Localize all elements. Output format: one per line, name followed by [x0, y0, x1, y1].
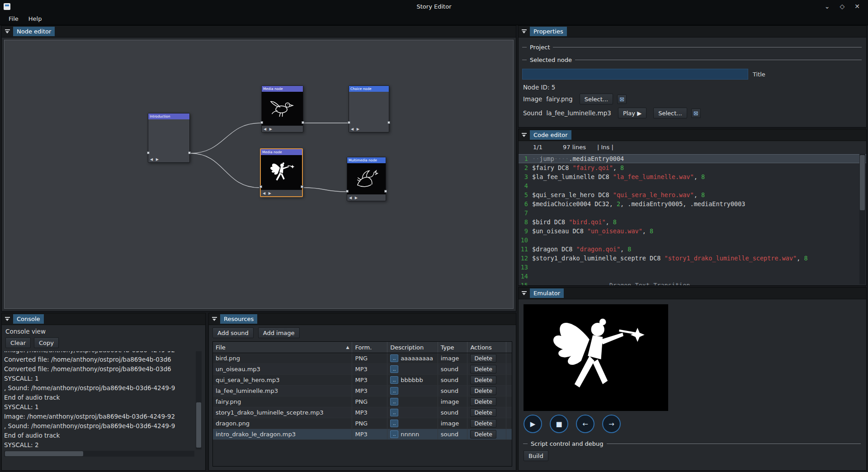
- collapse-icon[interactable]: [5, 317, 10, 321]
- output-pin[interactable]: [384, 190, 387, 193]
- code-line[interactable]: 15-------------------- Dragon Text Trans…: [519, 281, 866, 285]
- output-pin[interactable]: [387, 121, 390, 124]
- delete-button[interactable]: Delete: [470, 430, 496, 439]
- input-pin[interactable]: [147, 151, 150, 154]
- play-sound-button[interactable]: Play ▶: [618, 108, 646, 118]
- table-row[interactable]: un_oiseau.mp3MP3..soundDelete: [213, 364, 512, 375]
- input-pin[interactable]: [260, 121, 263, 124]
- add-sound-button[interactable]: Add sound: [212, 327, 254, 338]
- node-editor-tab[interactable]: Node editor: [13, 27, 55, 36]
- code-line[interactable]: 10: [519, 236, 866, 245]
- code-line[interactable]: 9$un_oiseau DC8 "un_oiseau.wav", 8: [519, 227, 866, 236]
- clear-button[interactable]: Clear: [5, 337, 31, 348]
- output-pin[interactable]: [188, 151, 191, 154]
- code-line[interactable]: 7: [519, 208, 866, 217]
- column-header-file[interactable]: File ▲: [213, 342, 352, 353]
- code-line[interactable]: 12$story1_drako_luminelle_sceptre DC8 "s…: [519, 254, 866, 263]
- edit-description-button[interactable]: ..: [390, 354, 398, 362]
- code-line[interactable]: 14: [519, 272, 866, 281]
- copy-button[interactable]: Copy: [34, 337, 59, 348]
- emulator-tab[interactable]: Emulator: [530, 288, 564, 298]
- close-icon[interactable]: ✕: [854, 3, 860, 10]
- edit-description-button[interactable]: ..: [390, 365, 398, 373]
- code-line[interactable]: 4: [519, 181, 866, 190]
- collapse-icon[interactable]: [5, 29, 10, 34]
- table-row[interactable]: intro_drako_le_dragon.mp3MP3..nnnnnsound…: [213, 429, 512, 440]
- column-header-actions[interactable]: Actions: [467, 342, 506, 353]
- edit-description-button[interactable]: ..: [390, 430, 398, 438]
- clear-image-icon[interactable]: ⊠: [617, 94, 627, 104]
- code-line[interactable]: 6$mediaChoice0004 DC32, 2, .mediaEntry00…: [519, 199, 866, 208]
- scrollbar-thumb[interactable]: [5, 451, 83, 456]
- node-canvas[interactable]: Introduction◀ ▶Media node◀ ▶Choice node◀…: [4, 40, 514, 309]
- select-image-button[interactable]: Select...: [580, 94, 613, 104]
- output-pin[interactable]: [302, 121, 304, 124]
- column-header-format[interactable]: Form.: [352, 342, 387, 353]
- edit-description-button[interactable]: ..: [390, 420, 398, 427]
- step-back-button[interactable]: ←: [576, 415, 594, 433]
- code-line[interactable]: 5$qui_sera_le_hero DC8 "qui_sera_le_hero…: [519, 190, 866, 199]
- code-vertical-scrollbar[interactable]: [859, 154, 865, 284]
- table-row[interactable]: dragon.pngPNG..imageDelete: [213, 418, 512, 429]
- delete-button[interactable]: Delete: [470, 354, 496, 363]
- code-editor-tab[interactable]: Code editor: [530, 130, 571, 140]
- code-editor-area[interactable]: 1··jump····.mediaEntry00042$fairy DC8 "f…: [519, 153, 866, 285]
- code-line[interactable]: 11$dragon DC8 "dragon.qoi", 8: [519, 245, 866, 254]
- table-row[interactable]: story1_drako_luminelle_sceptre.mp3MP3..s…: [213, 407, 512, 418]
- input-pin[interactable]: [259, 185, 262, 188]
- code-line[interactable]: 2$fairy DC8 "fairy.qoi", 8: [519, 163, 866, 172]
- delete-button[interactable]: Delete: [470, 365, 496, 373]
- delete-button[interactable]: Delete: [470, 397, 496, 406]
- fairy-media-node[interactable]: Media node◀ ▶: [260, 148, 303, 197]
- table-row[interactable]: qui_sera_le_hero.mp3MP3..bbbbbbsoundDele…: [213, 375, 512, 386]
- edit-description-button[interactable]: ..: [390, 387, 398, 395]
- dragon-media-node[interactable]: Multimedia node◀ ▶: [347, 157, 386, 201]
- collapse-icon[interactable]: [522, 291, 527, 296]
- table-row[interactable]: bird.pngPNG..aaaaaaaaaimageDelete: [213, 353, 512, 364]
- console-output[interactable]: Image: /home/anthony/ostproj/ba869e4b-03…: [4, 351, 194, 449]
- restore-icon[interactable]: ◇: [840, 3, 844, 10]
- clear-sound-icon[interactable]: ⊠: [691, 109, 701, 118]
- edit-description-button[interactable]: ..: [390, 409, 398, 416]
- input-pin[interactable]: [346, 190, 349, 193]
- delete-button[interactable]: Delete: [470, 408, 496, 417]
- intro-node[interactable]: Introduction◀ ▶: [148, 113, 190, 163]
- select-sound-button[interactable]: Select...: [653, 108, 687, 118]
- column-header-type[interactable]: Type: [438, 342, 468, 353]
- delete-button[interactable]: Delete: [470, 376, 496, 384]
- delete-button[interactable]: Delete: [470, 419, 496, 428]
- table-row[interactable]: fairy.pngPNG..imageDelete: [213, 396, 512, 407]
- edit-description-button[interactable]: ..: [390, 398, 398, 406]
- play-button[interactable]: ▶: [524, 415, 542, 433]
- step-forward-button[interactable]: →: [602, 415, 621, 433]
- minimize-icon[interactable]: ⌄: [825, 3, 830, 10]
- code-line[interactable]: 13: [519, 263, 866, 272]
- menu-file[interactable]: File: [4, 14, 24, 24]
- table-row[interactable]: la_fee_luminelle.mp3MP3..soundDelete: [213, 386, 512, 396]
- console-tab[interactable]: Console: [13, 314, 44, 324]
- add-image-button[interactable]: Add image: [258, 327, 300, 338]
- code-line[interactable]: 3$la_fee_luminelle DC8 "la_fee_luminelle…: [519, 172, 866, 181]
- delete-button[interactable]: Delete: [470, 387, 496, 395]
- input-pin[interactable]: [348, 121, 350, 124]
- output-pin[interactable]: [301, 185, 303, 188]
- code-line[interactable]: 8$bird DC8 "bird.qoi", 8: [519, 217, 866, 227]
- bird-media-node[interactable]: Media node◀ ▶: [261, 85, 303, 132]
- edit-description-button[interactable]: ..: [390, 376, 398, 384]
- collapse-icon[interactable]: [212, 317, 217, 321]
- scrollbar-thumb[interactable]: [860, 155, 865, 210]
- properties-tab[interactable]: Properties: [530, 27, 567, 36]
- choice-node[interactable]: Choice node◀ ▶: [349, 85, 389, 132]
- collapse-icon[interactable]: [522, 133, 527, 137]
- column-header-description[interactable]: Description: [387, 342, 438, 353]
- collapse-icon[interactable]: [522, 29, 527, 34]
- console-vertical-scrollbar[interactable]: [196, 351, 202, 449]
- resources-tab[interactable]: Resources: [220, 314, 257, 324]
- menu-help[interactable]: Help: [24, 14, 47, 24]
- node-title-input[interactable]: [522, 69, 748, 80]
- console-horizontal-scrollbar[interactable]: [4, 451, 194, 457]
- build-button[interactable]: Build: [524, 450, 548, 461]
- stop-button[interactable]: ■: [550, 415, 568, 433]
- code-line[interactable]: 1··jump····.mediaEntry0004: [519, 154, 866, 163]
- scrollbar-thumb[interactable]: [196, 402, 201, 448]
